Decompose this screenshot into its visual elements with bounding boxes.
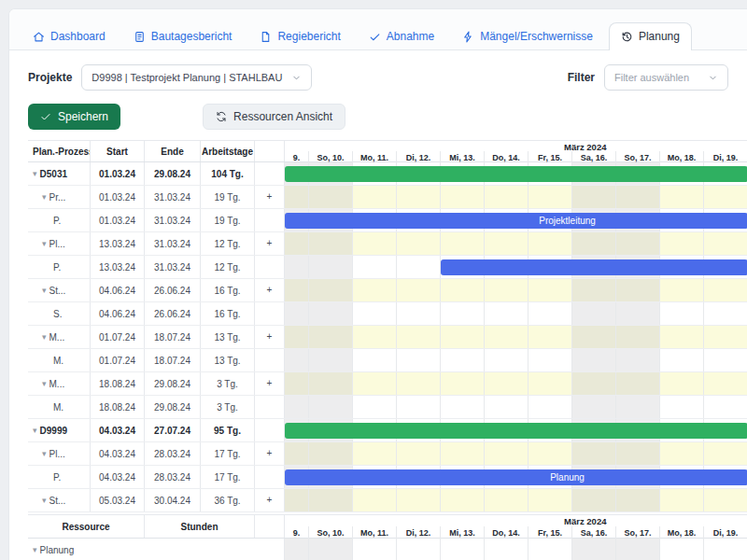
gantt-row[interactable]: ▾M...18.08.2429.08.243 Tg.+ bbox=[28, 372, 747, 396]
add-icon[interactable]: + bbox=[267, 379, 273, 388]
add-icon[interactable]: + bbox=[267, 286, 273, 295]
collapse-caret-icon[interactable]: ▾ bbox=[42, 286, 47, 295]
day-header: Sa, 16. bbox=[572, 526, 616, 539]
gantt-row[interactable]: ▾D503101.03.2429.08.24104 Tg. bbox=[28, 162, 747, 186]
timeline-days-row: 9.So, 10.Mo, 11.Di, 12.Mi, 13.Do, 14.Fr,… bbox=[285, 526, 747, 539]
tab-abnahme[interactable]: Abnahme bbox=[357, 22, 446, 50]
add-icon[interactable]: + bbox=[267, 449, 273, 458]
gantt-bar[interactable] bbox=[285, 166, 747, 182]
timeline-cell bbox=[572, 489, 616, 511]
collapse-caret-icon[interactable]: ▾ bbox=[42, 449, 47, 458]
task-name: P. bbox=[53, 216, 61, 226]
resource-row[interactable]: ▾Planung bbox=[28, 539, 747, 560]
tab-m-ngel-erschwernisse[interactable]: Mängel/Erschwernisse bbox=[450, 22, 605, 50]
timeline-cell bbox=[704, 302, 747, 325]
gantt-row[interactable]: P.01.03.2431.03.2419 Tg.Projektleitung bbox=[28, 209, 747, 232]
tab-bautagesbericht[interactable]: Bautagesbericht bbox=[121, 22, 245, 50]
add-icon[interactable]: + bbox=[267, 239, 273, 248]
task-ende: 26.06.24 bbox=[145, 302, 201, 325]
collapse-caret-icon[interactable]: ▾ bbox=[42, 192, 47, 202]
timeline-cell bbox=[285, 302, 309, 325]
gantt-row[interactable]: ▾Pl...13.03.2431.03.2412 Tg.+ bbox=[28, 232, 747, 256]
timeline-cell bbox=[660, 232, 704, 255]
timeline-cell bbox=[285, 372, 309, 395]
collapse-caret-icon[interactable]: ▾ bbox=[42, 496, 47, 505]
collapse-caret-icon[interactable]: ▾ bbox=[33, 545, 37, 554]
timeline-cell bbox=[397, 186, 441, 208]
resource-hours-header: Stunden bbox=[145, 515, 255, 538]
task-name: Pl... bbox=[49, 449, 65, 459]
gantt-bar[interactable] bbox=[441, 259, 747, 275]
gantt-row[interactable]: P.13.03.2431.03.2412 Tg. bbox=[28, 256, 747, 279]
day-header: Fr, 15. bbox=[529, 526, 572, 539]
timeline-cell bbox=[441, 186, 485, 208]
gantt-row[interactable]: ▾Pl...04.03.2428.03.2417 Tg.+ bbox=[28, 442, 747, 466]
add-icon[interactable]: + bbox=[267, 332, 273, 342]
timeline-cell bbox=[704, 232, 747, 255]
add-cell: + bbox=[255, 372, 285, 395]
resource-header-spacer bbox=[255, 515, 285, 538]
add-icon[interactable]: + bbox=[267, 496, 273, 505]
gantt-bar[interactable]: Projektleitung bbox=[285, 213, 747, 229]
gantt-row[interactable]: M.18.08.2429.08.243 Tg. bbox=[28, 396, 747, 419]
collapse-caret-icon[interactable]: ▾ bbox=[42, 239, 47, 248]
task-name-cell: ▾Pl... bbox=[28, 232, 91, 255]
tab-label: Abnahme bbox=[387, 30, 434, 43]
collapse-caret-icon[interactable]: ▾ bbox=[33, 169, 37, 178]
gantt-row[interactable]: ▾D999904.03.2427.07.2495 Tg. bbox=[28, 419, 747, 442]
gantt-bar[interactable] bbox=[285, 423, 747, 439]
tab-bar: DashboardBautagesberichtRegieberichtAbna… bbox=[9, 9, 747, 50]
task-name-cell: M. bbox=[28, 396, 91, 418]
gantt-row[interactable]: ▾M...01.07.2418.07.2413 Tg.+ bbox=[28, 326, 747, 349]
filter-select[interactable]: Filter auswählen bbox=[604, 64, 728, 91]
resource-timeline-header: März 20249.So, 10.Mo, 11.Di, 12.Mi, 13.D… bbox=[285, 515, 747, 538]
timeline-cell bbox=[441, 372, 485, 395]
task-ende: 18.07.24 bbox=[145, 349, 201, 371]
task-start: 13.03.24 bbox=[91, 256, 145, 278]
collapse-caret-icon[interactable]: ▾ bbox=[42, 379, 47, 388]
task-name-cell: P. bbox=[28, 466, 91, 488]
timeline-cell bbox=[397, 302, 441, 325]
tab-label: Bautagesbericht bbox=[151, 30, 233, 43]
resources-view-button[interactable]: Ressourcen Ansicht bbox=[203, 104, 345, 130]
timeline-cell bbox=[485, 489, 529, 511]
project-select[interactable]: D9998 | Testprojekt Planung | STAHLBAU bbox=[81, 64, 312, 91]
timeline-cell bbox=[485, 326, 529, 348]
timeline-cell bbox=[397, 539, 441, 560]
gantt-row[interactable]: ▾St...04.06.2426.06.2416 Tg.+ bbox=[28, 279, 747, 302]
timeline-cell bbox=[309, 372, 353, 395]
task-ende: 29.08.24 bbox=[145, 396, 201, 418]
gantt-row[interactable]: P.04.03.2428.03.2417 Tg.Planung bbox=[28, 466, 747, 489]
gantt-row[interactable]: ▾St...05.03.2430.04.2436 Tg.+ bbox=[28, 489, 747, 512]
column-header-process: Plan.-Prozess bbox=[28, 141, 91, 161]
add-cell bbox=[255, 162, 285, 185]
timeline-cell bbox=[397, 279, 441, 301]
toolbar: Projekte D9998 | Testprojekt Planung | S… bbox=[9, 50, 747, 91]
tab-regiebericht[interactable]: Regiebericht bbox=[247, 22, 352, 50]
task-arbeitstage: 3 Tg. bbox=[201, 396, 255, 418]
tab-dashboard[interactable]: Dashboard bbox=[21, 22, 118, 50]
timeline-cell bbox=[704, 326, 747, 348]
gantt-row[interactable]: M.01.07.2418.07.2413 Tg. bbox=[28, 349, 747, 372]
timeline-cell bbox=[660, 372, 704, 395]
add-cell: + bbox=[255, 489, 285, 511]
task-name-cell: ▾Pl... bbox=[28, 442, 91, 465]
tab-planung[interactable]: Planung bbox=[609, 22, 692, 50]
gantt-row[interactable]: S.04.06.2426.06.2416 Tg. bbox=[28, 302, 747, 326]
collapse-caret-icon[interactable]: ▾ bbox=[33, 426, 37, 435]
timeline-row bbox=[285, 326, 747, 348]
timeline-cell bbox=[441, 539, 485, 560]
chevron-down-icon bbox=[291, 73, 302, 83]
timeline-cell bbox=[704, 372, 747, 395]
task-arbeitstage: 95 Tg. bbox=[201, 419, 255, 441]
timeline-row bbox=[285, 396, 747, 418]
add-icon[interactable]: + bbox=[267, 192, 273, 202]
bar-label: Planung bbox=[550, 472, 585, 483]
timeline-cell bbox=[616, 232, 660, 255]
gantt-row[interactable]: ▾Pr...01.03.2431.03.2419 Tg.+ bbox=[28, 186, 747, 209]
save-button[interactable]: Speichern bbox=[28, 104, 120, 130]
gantt-bar[interactable]: Planung bbox=[285, 469, 747, 485]
collapse-caret-icon[interactable]: ▾ bbox=[42, 332, 47, 342]
timeline-row bbox=[285, 186, 747, 208]
timeline-row bbox=[285, 232, 747, 255]
